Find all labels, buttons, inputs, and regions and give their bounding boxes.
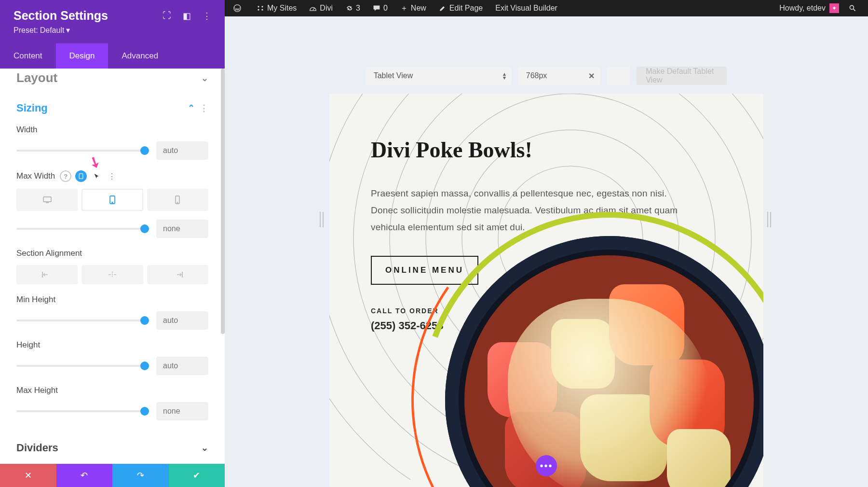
field-more-icon[interactable]: ⋮ — [106, 170, 118, 182]
label-max-width: Max Width — [16, 171, 55, 181]
group-layout[interactable]: Layout ⌄ — [16, 69, 208, 90]
builder-canvas: Tablet View ▴▾ 768px ✕ Make Default Tabl… — [225, 16, 868, 487]
clear-width-icon[interactable]: ✕ — [588, 71, 595, 81]
svg-point-6 — [850, 5, 854, 9]
align-right[interactable] — [147, 265, 208, 284]
save-button[interactable]: ✔ — [169, 464, 225, 487]
height-input[interactable] — [156, 357, 208, 375]
svg-point-1 — [258, 6, 259, 7]
comments-count: 0 — [383, 4, 388, 13]
cancel-button[interactable]: ✕ — [0, 464, 56, 487]
device-frame: Divi Poke Bowls! Praesent sapien massa, … — [329, 94, 763, 487]
device-tabs — [16, 189, 208, 211]
howdy-link[interactable]: Howdy, etdev✦ — [774, 0, 844, 16]
sidebar-body: Layout ⌄ Sizing ⌃ ⋮ Width Max Width — [0, 69, 225, 464]
scrollbar[interactable] — [221, 69, 225, 334]
redo-button[interactable]: ↷ — [112, 464, 169, 487]
updates-count: 3 — [356, 4, 360, 13]
preset-selector[interactable]: Preset: Default ▾ — [0, 26, 225, 43]
height-slider[interactable] — [16, 363, 145, 368]
expand-icon[interactable]: ⛶ — [163, 11, 171, 21]
responsive-icon[interactable] — [75, 170, 87, 182]
group-more-icon[interactable]: ⋮ — [200, 103, 208, 113]
svg-rect-8 — [80, 174, 83, 179]
group-sizing-label: Sizing — [16, 102, 48, 114]
label-max-height: Max Height — [16, 386, 208, 395]
chevron-up-icon: ⌃ — [188, 103, 195, 113]
svg-point-14 — [177, 202, 178, 203]
select-arrows-icon: ▴▾ — [503, 72, 506, 80]
field-height: Height — [16, 340, 208, 375]
exit-vb-label: Exit Visual Builder — [495, 4, 557, 13]
admin-search[interactable] — [844, 0, 864, 16]
make-default-button[interactable]: Make Default Tablet View — [636, 67, 727, 85]
resize-handle-right[interactable] — [767, 212, 775, 227]
new-link[interactable]: ＋New — [395, 0, 431, 16]
wp-admin-bar: My Sites Divi 3 0 ＋New Edit Page Exit Vi… — [225, 0, 868, 16]
label-height: Height — [16, 340, 208, 350]
max-height-slider[interactable] — [16, 409, 145, 414]
my-sites-label: My Sites — [267, 4, 297, 13]
chevron-down-icon: ⌄ — [201, 73, 208, 83]
svg-line-5 — [313, 8, 314, 10]
label-section-alignment: Section Alignment — [16, 249, 208, 258]
svg-rect-9 — [43, 197, 51, 202]
comments-link[interactable]: 0 — [368, 0, 393, 16]
width-slider[interactable] — [16, 148, 145, 153]
updates-link[interactable]: 3 — [340, 0, 365, 16]
comment-icon — [373, 4, 380, 12]
chevron-down-icon: ⌄ — [201, 443, 208, 453]
howdy-label: Howdy, etdev — [779, 4, 826, 13]
resize-handle-left[interactable] — [320, 212, 327, 227]
fab-more-button[interactable]: ••• — [536, 455, 557, 476]
hero-image — [416, 207, 763, 487]
avatar: ✦ — [829, 3, 839, 13]
max-width-input[interactable] — [156, 220, 208, 238]
my-sites-link[interactable]: My Sites — [252, 0, 301, 16]
exit-vb-link[interactable]: Exit Visual Builder — [490, 0, 562, 16]
svg-point-12 — [112, 202, 113, 203]
tab-design[interactable]: Design — [56, 43, 108, 69]
max-width-slider[interactable] — [16, 226, 145, 231]
wordpress-icon — [233, 4, 241, 12]
view-select[interactable]: Tablet View ▴▾ — [366, 67, 512, 85]
wp-logo[interactable] — [229, 0, 249, 16]
device-tablet[interactable] — [81, 189, 143, 211]
group-sizing[interactable]: Sizing ⌃ ⋮ — [16, 102, 208, 114]
min-height-slider[interactable] — [16, 318, 145, 323]
hero-title: Divi Poke Bowls! — [371, 137, 722, 163]
svg-point-2 — [261, 6, 263, 7]
width-input[interactable] — [156, 141, 208, 160]
device-desktop[interactable] — [16, 189, 78, 211]
device-phone[interactable] — [147, 189, 208, 211]
network-icon — [257, 4, 264, 12]
site-name-link[interactable]: Divi — [304, 0, 338, 16]
field-max-height: Max Height — [16, 386, 208, 420]
align-left[interactable] — [16, 265, 78, 284]
svg-point-3 — [258, 9, 259, 11]
max-height-input[interactable] — [156, 402, 208, 420]
field-section-alignment: Section Alignment — [16, 249, 208, 284]
svg-line-7 — [854, 9, 855, 11]
preset-label: Preset: — [14, 26, 38, 35]
field-min-height: Min Height — [16, 295, 208, 330]
edit-page-link[interactable]: Edit Page — [434, 0, 488, 16]
snap-icon[interactable]: ◧ — [183, 11, 191, 21]
preset-value: Default — [40, 26, 65, 35]
sidebar-footer: ✕ ↶ ↷ ✔ — [0, 464, 225, 487]
field-width: Width — [16, 125, 208, 160]
tab-content[interactable]: Content — [0, 43, 56, 69]
undo-button[interactable]: ↶ — [56, 464, 113, 487]
more-icon[interactable]: ⋮ — [203, 11, 211, 21]
hover-icon[interactable] — [91, 170, 102, 182]
group-dividers[interactable]: Dividers ⌄ — [16, 442, 208, 454]
min-height-input[interactable] — [156, 311, 208, 330]
sidebar-title: Section Settings — [14, 9, 108, 23]
view-width-value: 768px — [526, 71, 547, 80]
help-icon[interactable]: ? — [60, 170, 71, 182]
view-width-input[interactable]: 768px ✕ — [518, 67, 600, 85]
tab-advanced[interactable]: Advanced — [108, 43, 172, 69]
align-center[interactable] — [81, 265, 143, 284]
caret-down-icon: ▾ — [66, 26, 70, 35]
view-toolbar: Tablet View ▴▾ 768px ✕ Make Default Tabl… — [366, 67, 727, 85]
